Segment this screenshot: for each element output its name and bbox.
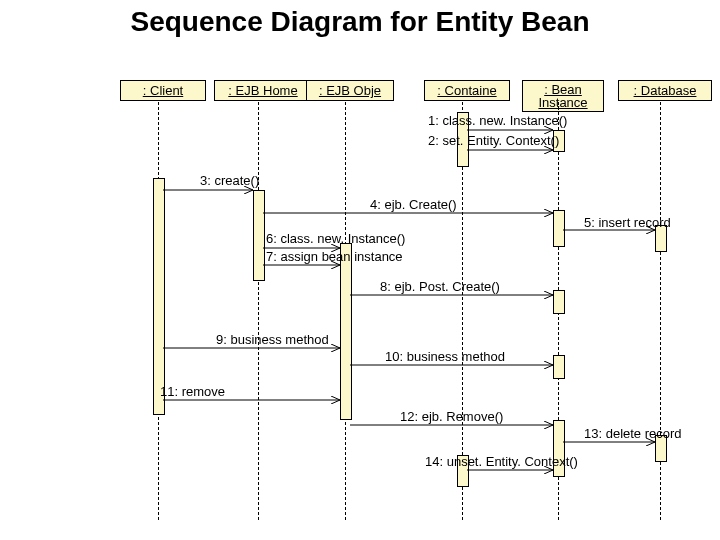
msg-1: 1: class. new. Instance()	[428, 113, 567, 128]
activation	[553, 290, 565, 314]
msg-3: 3: create()	[200, 173, 259, 188]
msg-2: 2: set. Entity. Context()	[428, 133, 559, 148]
msg-4: 4: ejb. Create()	[370, 197, 457, 212]
participant-database: : Database	[618, 80, 712, 101]
participant-label: : Client	[143, 83, 183, 98]
msg-6: 6: class. new. Instance()	[266, 231, 405, 246]
msg-7: 7: assign bean instance	[266, 249, 403, 264]
participant-ejb-obje: : EJB Obje	[306, 80, 394, 101]
activation	[340, 243, 352, 420]
activation	[553, 210, 565, 247]
activation	[153, 178, 165, 415]
participant-client: : Client	[120, 80, 206, 101]
participant-label: : Containe	[437, 83, 496, 98]
lifeline-ejb-home	[258, 102, 259, 520]
diagram-canvas: Sequence Diagram for Entity Bean : Clien…	[0, 0, 720, 540]
msg-14: 14: unset. Entity. Context()	[425, 454, 578, 469]
msg-11: 11: remove	[160, 384, 225, 399]
msg-10: 10: business method	[385, 349, 505, 364]
msg-9: 9: business method	[216, 332, 329, 347]
participant-label: : Database	[634, 83, 697, 98]
msg-8: 8: ejb. Post. Create()	[380, 279, 500, 294]
msg-12: 12: ejb. Remove()	[400, 409, 503, 424]
activation	[253, 190, 265, 281]
diagram-title: Sequence Diagram for Entity Bean	[0, 6, 720, 38]
participant-label: : EJB Home	[228, 83, 297, 98]
participant-ejb-home: : EJB Home	[214, 80, 312, 101]
activation	[553, 355, 565, 379]
participant-label: : BeanInstance	[538, 82, 587, 110]
msg-5: 5: insert record	[584, 215, 671, 230]
msg-13: 13: delete record	[584, 426, 682, 441]
participant-bean: : BeanInstance	[522, 80, 604, 112]
participant-container: : Containe	[424, 80, 510, 101]
participant-label: : EJB Obje	[319, 83, 381, 98]
